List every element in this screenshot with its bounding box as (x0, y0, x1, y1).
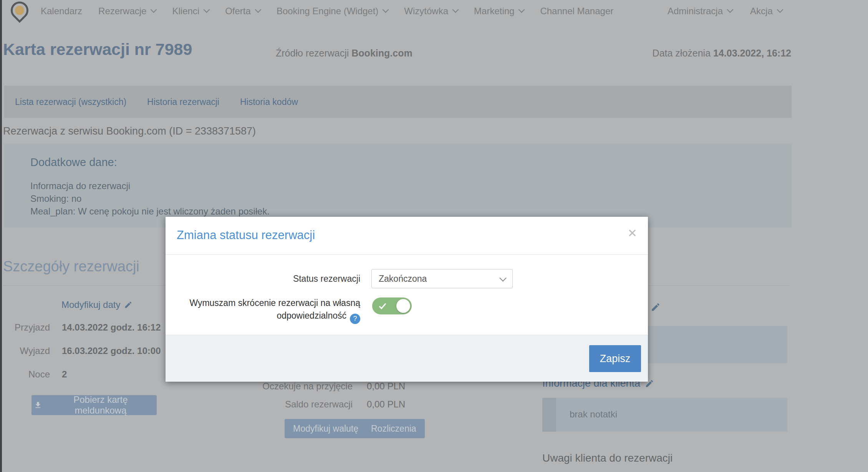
modal-title: Zmiana statusu rezerwacji (177, 228, 315, 242)
check-icon (378, 302, 387, 310)
save-button[interactable]: Zapisz (589, 345, 641, 372)
modal-footer: Zapisz (166, 335, 648, 382)
status-label: Status rezerwacji (166, 269, 360, 288)
force-shorten-toggle[interactable] (372, 297, 412, 314)
force-shorten-label-line1: Wymuszam skrócenie rezerwacji na własną (189, 298, 360, 308)
close-icon[interactable]: ✕ (628, 228, 637, 239)
status-select[interactable]: Zakończona (371, 269, 513, 288)
status-select-value: Zakończona (379, 274, 427, 284)
force-shorten-label-line2: odpowiedzialność (277, 311, 346, 321)
chevron-down-icon (499, 274, 506, 281)
help-icon[interactable]: ? (350, 314, 360, 324)
modal-header: Zmiana statusu rezerwacji ✕ (166, 217, 648, 255)
force-shorten-label: Wymuszam skrócenie rezerwacji na własną … (166, 297, 360, 324)
toggle-knob (396, 299, 410, 313)
status-change-modal: Zmiana statusu rezerwacji ✕ Status rezer… (166, 217, 648, 382)
modal-body: Status rezerwacji Zakończona Wymuszam sk… (166, 255, 648, 335)
